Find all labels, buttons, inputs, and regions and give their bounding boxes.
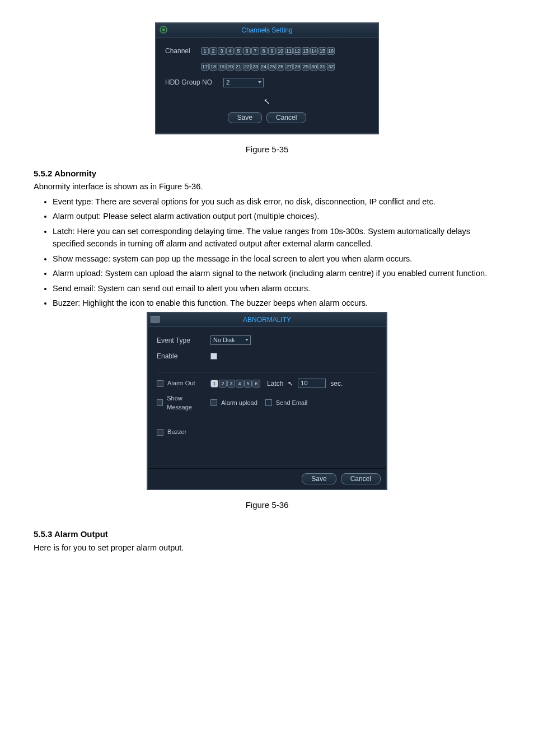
event-type-label: Event Type xyxy=(157,335,206,346)
save-button[interactable]: Save xyxy=(228,112,262,123)
channel-27-button[interactable]: 27 xyxy=(285,63,293,71)
enable-checkbox[interactable] xyxy=(210,353,217,360)
event-type-value: No Disk xyxy=(213,335,235,345)
channel-7-button[interactable]: 7 xyxy=(251,47,259,55)
channel-29-button[interactable]: 29 xyxy=(302,63,310,71)
channel-6-button[interactable]: 6 xyxy=(243,47,251,55)
list-item: Alarm output: Please select alarm activa… xyxy=(53,210,500,222)
alarm-upload-label: Alarm upload xyxy=(221,398,257,408)
channels-setting-dialog: Channels Setting Channel 123456789101112… xyxy=(155,22,379,134)
list-item: Alarm upload: System can upload the alar… xyxy=(53,267,500,279)
list-item: Buzzer: Highlight the icon to enable thi… xyxy=(53,297,500,309)
alarm-out-checkbox[interactable] xyxy=(157,380,163,387)
channel-25-button[interactable]: 25 xyxy=(268,63,276,71)
cursor-icon: ↖ xyxy=(288,379,293,389)
alarm-upload-option[interactable]: Alarm upload xyxy=(210,398,257,408)
alarm-out-3-button[interactable]: 3 xyxy=(227,380,235,388)
section-heading-alarm-output: 5.5.3 Alarm Output xyxy=(34,528,500,541)
channel-5-button[interactable]: 5 xyxy=(235,47,242,55)
channel-14-button[interactable]: 14 xyxy=(310,47,318,55)
hdd-group-value: 2 xyxy=(226,78,229,87)
channel-10-button[interactable]: 10 xyxy=(277,47,284,55)
list-item: Show message: system can pop up the mess… xyxy=(53,253,500,265)
channel-16-button[interactable]: 16 xyxy=(327,47,335,55)
dialog-body: Event Type No Disk Enable Alarm Out 1234… xyxy=(148,327,386,468)
show-message-option[interactable]: Show Message xyxy=(157,394,206,412)
channel-17-button[interactable]: 17 xyxy=(201,63,209,71)
channel-15-button[interactable]: 15 xyxy=(318,47,326,55)
channel-9-button[interactable]: 9 xyxy=(268,47,276,55)
dialog-title: ABNORMALITY xyxy=(243,315,291,325)
section-intro-alarm-output: Here is for you to set proper alarm outp… xyxy=(34,542,500,554)
channel-19-button[interactable]: 19 xyxy=(218,63,226,71)
channel-28-button[interactable]: 28 xyxy=(293,63,301,71)
abnormality-dialog: ABNORMALITY Event Type No Disk Enable Al… xyxy=(147,312,387,490)
latch-unit: sec. xyxy=(330,379,343,389)
send-email-option[interactable]: Send Email xyxy=(265,398,307,408)
alarm-out-label: Alarm Out xyxy=(167,379,195,388)
channel-23-button[interactable]: 23 xyxy=(251,63,259,71)
alarm-out-1-button[interactable]: 1 xyxy=(210,380,218,388)
section-heading-abnormity: 5.5.2 Abnormity xyxy=(34,167,500,180)
list-item: Event type: There are several options fo… xyxy=(53,195,500,208)
enable-label: Enable xyxy=(157,351,206,361)
latch-input[interactable]: 10 xyxy=(298,379,326,388)
alarm-out-6-button[interactable]: 6 xyxy=(252,380,260,388)
dialog-body: Channel 12345678910111213141516 17181920… xyxy=(156,38,378,133)
latch-label: Latch xyxy=(267,379,283,389)
send-email-checkbox[interactable] xyxy=(265,399,272,406)
cursor-icon: ↖ xyxy=(264,96,270,108)
buzzer-checkbox[interactable] xyxy=(157,429,163,436)
save-button[interactable]: Save xyxy=(302,473,336,484)
send-email-label: Send Email xyxy=(276,398,307,408)
channel-24-button[interactable]: 24 xyxy=(260,63,268,71)
channel-18-button[interactable]: 18 xyxy=(209,63,217,71)
channel-3-button[interactable]: 3 xyxy=(218,47,226,55)
alarm-out-option[interactable]: Alarm Out xyxy=(157,379,206,388)
channel-32-button[interactable]: 32 xyxy=(327,63,335,71)
channel-30-button[interactable]: 30 xyxy=(310,63,318,71)
list-item: Latch: Here you can set corresponding de… xyxy=(53,225,500,250)
channel-2-button[interactable]: 2 xyxy=(209,47,217,55)
drive-icon xyxy=(150,314,160,324)
channel-22-button[interactable]: 22 xyxy=(243,63,251,71)
channel-11-button[interactable]: 11 xyxy=(285,47,293,55)
dialog-titlebar: ABNORMALITY xyxy=(148,313,386,327)
dialog-actions: ↖ Save Cancel xyxy=(165,96,369,123)
latch-value: 10 xyxy=(301,379,307,388)
abnormity-bullet-list: Event type: There are several options fo… xyxy=(34,195,500,310)
dialog-titlebar: Channels Setting xyxy=(156,24,378,38)
channel-26-button[interactable]: 26 xyxy=(277,63,284,71)
channel-20-button[interactable]: 20 xyxy=(226,63,234,71)
alarm-out-buttons: 123456 xyxy=(210,380,260,388)
channel-buttons-row2: 17181920212223242526272829303132 xyxy=(201,63,335,71)
show-message-label: Show Message xyxy=(167,394,206,412)
buzzer-option[interactable]: Buzzer xyxy=(157,427,186,437)
hdd-group-select[interactable]: 2 xyxy=(223,78,264,87)
channel-buttons-row1: 12345678910111213141516 xyxy=(201,47,335,55)
channel-8-button[interactable]: 8 xyxy=(260,47,268,55)
alarm-out-4-button[interactable]: 4 xyxy=(236,380,243,388)
list-item: Send email: System can send out email to… xyxy=(53,282,500,295)
dialog-title: Channels Setting xyxy=(241,25,292,35)
channel-31-button[interactable]: 31 xyxy=(318,63,326,71)
channel-1-button[interactable]: 1 xyxy=(201,47,209,55)
event-type-select[interactable]: No Disk xyxy=(210,335,251,345)
divider xyxy=(157,372,377,372)
dialog-actions: Save Cancel xyxy=(148,468,386,489)
alarm-out-5-button[interactable]: 5 xyxy=(244,380,252,388)
channel-21-button[interactable]: 21 xyxy=(235,63,242,71)
alarm-out-2-button[interactable]: 2 xyxy=(219,380,227,388)
camera-icon xyxy=(158,25,168,35)
hdd-group-label: HDD Group NO xyxy=(165,77,219,87)
channel-label: Channel xyxy=(165,46,196,56)
cancel-button[interactable]: Cancel xyxy=(341,473,381,484)
show-message-checkbox[interactable] xyxy=(157,399,163,406)
buzzer-label: Buzzer xyxy=(167,427,186,437)
channel-12-button[interactable]: 12 xyxy=(293,47,301,55)
alarm-upload-checkbox[interactable] xyxy=(210,399,217,406)
cancel-button[interactable]: Cancel xyxy=(266,112,306,123)
figure-caption-1: Figure 5-35 xyxy=(34,143,500,156)
channel-4-button[interactable]: 4 xyxy=(226,47,234,55)
channel-13-button[interactable]: 13 xyxy=(302,47,310,55)
